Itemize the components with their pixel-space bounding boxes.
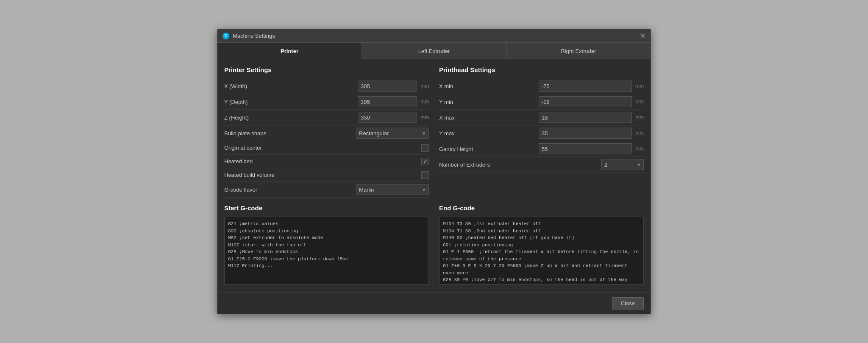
gcode-section: Start G-code G21 ;metric values G90 ;abs… — [224, 204, 644, 286]
label-heated-build-volume: Heated build volume — [224, 172, 275, 178]
input-y-max[interactable] — [539, 128, 632, 139]
machine-settings-window: C Machine Settings ✕ Printer Left Extrud… — [217, 29, 651, 314]
value-heated-bed: ✓ — [421, 158, 429, 165]
value-y-max: mm — [539, 128, 644, 139]
input-y-min[interactable] — [539, 96, 632, 107]
footer: Close — [217, 293, 651, 314]
label-gantry-height: Gantry Height — [439, 146, 473, 152]
label-x-max: X max — [439, 114, 455, 121]
setting-row-x-width: X (Width) mm — [224, 78, 429, 94]
value-x-width: mm — [358, 81, 429, 92]
start-gcode-block: Start G-code G21 ;metric values G90 ;abs… — [224, 204, 429, 286]
input-x-width[interactable] — [358, 81, 417, 92]
printhead-settings-title: Printhead Settings — [439, 66, 644, 73]
window-title: Machine Settings — [233, 33, 275, 39]
title-bar-left: C Machine Settings — [223, 33, 275, 39]
unit-y-depth: mm — [419, 99, 429, 105]
dropdown-build-plate-shape[interactable]: Rectangular Elliptic — [356, 128, 429, 139]
value-x-min: mm — [539, 81, 644, 92]
setting-row-z-height: Z (Height) mm — [224, 110, 429, 125]
unit-z-height: mm — [419, 114, 429, 120]
app-icon: C — [223, 33, 229, 39]
value-x-max: mm — [539, 112, 644, 123]
window-close-button[interactable]: ✕ — [640, 33, 645, 39]
value-y-depth: mm — [358, 96, 429, 107]
label-build-plate-shape: Build plate shape — [224, 130, 267, 137]
input-z-height[interactable] — [358, 112, 417, 123]
setting-row-origin-center: Origin at center — [224, 141, 429, 155]
setting-row-y-max: Y max mm — [439, 125, 644, 141]
unit-gantry-height: mm — [634, 146, 644, 152]
value-build-plate-shape: Rectangular Elliptic — [356, 128, 429, 139]
setting-row-heated-build-volume: Heated build volume — [224, 168, 429, 182]
unit-x-width: mm — [419, 83, 429, 89]
settings-columns: Printer Settings X (Width) mm Y (Depth) … — [224, 66, 644, 198]
title-bar: C Machine Settings ✕ — [217, 29, 651, 43]
label-heated-bed: Heated bed — [224, 158, 253, 165]
label-y-min: Y min — [439, 99, 453, 105]
label-x-min: X min — [439, 83, 453, 89]
setting-row-gcode-flavor: G-code flavor Marlin RepRap UltiGCode — [224, 182, 429, 198]
unit-x-max: mm — [634, 114, 644, 120]
unit-y-min: mm — [634, 99, 644, 105]
label-gcode-flavor: G-code flavor — [224, 187, 257, 193]
start-gcode-textarea[interactable]: G21 ;metric values G90 ;absolute positio… — [224, 217, 429, 284]
value-y-min: mm — [539, 96, 644, 107]
value-gcode-flavor: Marlin RepRap UltiGCode — [356, 184, 429, 195]
label-x-width: X (Width) — [224, 83, 247, 89]
checkmark-heated-bed: ✓ — [423, 158, 428, 165]
input-y-depth[interactable] — [358, 96, 417, 107]
label-y-max: Y max — [439, 130, 455, 137]
value-heated-build-volume — [421, 171, 429, 179]
label-z-height: Z (Height) — [224, 114, 249, 121]
input-x-min[interactable] — [539, 81, 632, 92]
setting-row-gantry-height: Gantry Height mm — [439, 141, 644, 157]
setting-row-heated-bed: Heated bed ✓ — [224, 155, 429, 168]
value-z-height: mm — [358, 112, 429, 123]
checkbox-heated-build-volume[interactable] — [421, 171, 429, 179]
tab-right-extruder[interactable]: Right Extruder — [506, 43, 651, 59]
checkbox-origin-center[interactable] — [421, 144, 429, 152]
close-dialog-button[interactable]: Close — [612, 297, 644, 310]
value-num-extruders: 1 2 3 4 — [601, 159, 644, 170]
tab-left-extruder[interactable]: Left Extruder — [362, 43, 506, 59]
dropdown-num-extruders[interactable]: 1 2 3 4 — [601, 159, 644, 170]
end-gcode-title: End G-code — [439, 204, 644, 212]
label-y-depth: Y (Depth) — [224, 99, 248, 105]
tabs-container: Printer Left Extruder Right Extruder — [217, 43, 651, 59]
value-gantry-height: mm — [539, 143, 644, 154]
value-origin-center — [421, 144, 429, 152]
printer-settings-title: Printer Settings — [224, 66, 429, 73]
input-gantry-height[interactable] — [539, 143, 632, 154]
printer-settings-column: Printer Settings X (Width) mm Y (Depth) … — [224, 66, 429, 198]
checkbox-heated-bed[interactable]: ✓ — [421, 158, 429, 165]
input-x-max[interactable] — [539, 112, 632, 123]
label-num-extruders: Number of Extruders — [439, 162, 490, 168]
setting-row-x-max: X max mm — [439, 110, 644, 125]
setting-row-y-min: Y min mm — [439, 94, 644, 110]
setting-row-x-min: X min mm — [439, 78, 644, 94]
unit-x-min: mm — [634, 83, 644, 89]
tab-printer[interactable]: Printer — [217, 43, 362, 59]
unit-y-max: mm — [634, 130, 644, 136]
end-gcode-textarea[interactable]: M104 T0 S0 ;1st extruder heater off M104… — [439, 217, 644, 284]
setting-row-num-extruders: Number of Extruders 1 2 3 4 — [439, 157, 644, 173]
printhead-settings-column: Printhead Settings X min mm Y min mm — [439, 66, 644, 198]
label-origin-center: Origin at center — [224, 145, 262, 151]
dropdown-gcode-flavor[interactable]: Marlin RepRap UltiGCode — [356, 184, 429, 195]
main-content: Printer Settings X (Width) mm Y (Depth) … — [217, 59, 651, 293]
end-gcode-block: End G-code M104 T0 S0 ;1st extruder heat… — [439, 204, 644, 286]
start-gcode-title: Start G-code — [224, 204, 429, 212]
setting-row-y-depth: Y (Depth) mm — [224, 94, 429, 110]
setting-row-build-plate-shape: Build plate shape Rectangular Elliptic — [224, 125, 429, 141]
